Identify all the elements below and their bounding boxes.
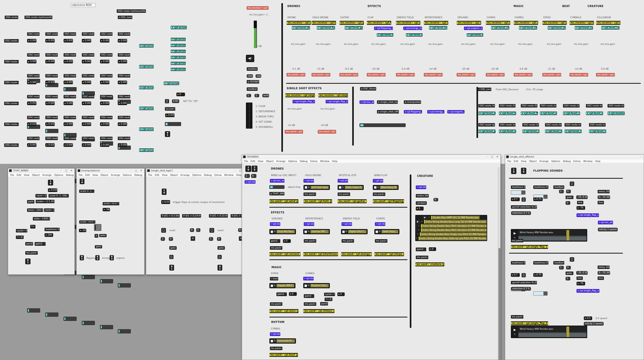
loadbang-transport[interactable]: loadbang — [247, 67, 258, 71]
line-object[interactable]: line — [577, 277, 583, 280]
message[interactable]: 1 — [245, 174, 250, 178]
waveform-display[interactable]: ▶↻Wind Heavy MW Render.wav — [511, 326, 587, 338]
bang-button[interactable] — [570, 257, 574, 262]
menu-item-arrange[interactable]: Arrange — [111, 174, 120, 176]
play-icon[interactable]: ▶ — [415, 224, 417, 228]
recv-start[interactable]: r cpl.start — [416, 185, 426, 189]
grid-number[interactable]: ▶0.000 — [82, 81, 91, 84]
player-filename[interactable]: Deep Mat Bass... — [277, 230, 295, 233]
channel-send[interactable]: mc.send~ cpl.mix — [312, 73, 330, 76]
channel-level-receive[interactable]: r cpl.level_inter — [429, 26, 447, 29]
bang-button[interactable] — [209, 228, 214, 233]
channel-send[interactable]: mc.send~ cpl.mix — [396, 73, 415, 76]
menu-item-object[interactable]: Object — [266, 160, 274, 163]
master-fader[interactable]: ◁ — [254, 21, 257, 48]
close-button[interactable]: ✕ — [69, 169, 73, 172]
grid-slider[interactable] — [100, 325, 113, 329]
write-message[interactable]: write — [262, 94, 269, 97]
mult02-object[interactable]: *~ 0.2 — [16, 236, 24, 239]
route-mesh-object[interactable]: OSC-route /cpl/sound/mesh — [24, 16, 52, 19]
lores-object[interactable]: lores~ 250 0.99 — [27, 208, 43, 212]
grid-route-object[interactable]: OSC-route /2 — [27, 95, 40, 98]
inlet[interactable]: 1▼ — [80, 179, 84, 184]
grid-slider[interactable] — [100, 279, 113, 283]
message[interactable]: selection 0.7 0.75 — [511, 211, 531, 215]
channel-receive[interactable]: mc.receive~ cpl.interference 2 — [424, 21, 448, 25]
scale-object[interactable]: scale -70 0 -70 -20 — [103, 202, 119, 205]
play-icon[interactable]: ▶ — [415, 228, 417, 232]
trigger-1[interactable]: 1▼ — [245, 166, 251, 172]
message[interactable]: 6 — [434, 198, 438, 201]
level-route-object[interactable]: OSC-route /energy — [499, 123, 516, 127]
number[interactable]: ▶0 — [289, 292, 297, 296]
scale-object[interactable]: scale 0. 1. 100. 400. — [48, 194, 69, 197]
wave-transport[interactable]: ▶↻ — [511, 326, 518, 338]
channel-receive[interactable]: mc.receive~ cpl.holo 2 — [312, 21, 336, 25]
grid-number[interactable]: ▶0.000 — [82, 101, 91, 105]
menu-item-debug[interactable]: Debug — [66, 174, 74, 176]
menu-item-arrange[interactable]: Arrange — [539, 160, 549, 163]
outlet[interactable]: ▼1 — [25, 259, 30, 264]
grid-row-label[interactable]: OSC-route /8 — [4, 143, 19, 147]
menu-item-arrange[interactable]: Arrange — [276, 160, 286, 163]
number[interactable]: ▶-58. — [103, 208, 110, 211]
recv-accum-r3[interactable]: r cpl.accum_r3 — [171, 50, 186, 53]
recv-osc-wind[interactable]: r cpl.osc_wind — [270, 179, 284, 183]
level-send[interactable]: s cpl.level_chirps — [522, 130, 540, 133]
recv-start[interactable]: r cpl.start — [338, 179, 348, 183]
route-sound-levels-object[interactable]: OSC-route /cpl/sound/levels — [117, 9, 146, 13]
channel-send[interactable]: mc.send~ cpl.mix — [569, 73, 588, 76]
number[interactable]: ▶0.039 — [161, 200, 170, 204]
p-osc-receiver-object[interactable]: p OSC_Receiver — [360, 87, 376, 91]
grid-number[interactable]: ▶0.000 — [100, 39, 109, 43]
line-object[interactable]: line — [598, 201, 604, 204]
channel-level-receive[interactable]: r cpl.level_holo — [317, 26, 335, 29]
channel-send[interactable]: mc.send~ cpl.mix — [287, 73, 305, 76]
grid-number[interactable]: ▶0.000 — [100, 81, 109, 84]
scene-cell-4[interactable] — [249, 118, 250, 123]
message[interactable]: 1 — [566, 201, 570, 205]
loop-icon[interactable]: ↻ — [274, 339, 276, 342]
gain2-object[interactable]: gain2 — [276, 292, 287, 296]
channel-level-receive[interactable]: r cpl.level_org — [467, 33, 483, 37]
channel-receive[interactable]: mc.receive~ cpl.voronoi 2 — [457, 21, 481, 25]
recv-accum-r6[interactable]: r cpl.accum_r6 — [171, 68, 186, 71]
grid-slider[interactable] — [64, 87, 77, 91]
grid-slider[interactable] — [64, 317, 77, 321]
bang-button[interactable] — [570, 182, 574, 186]
recv-accum-r4[interactable]: r cpl.accum_r4 — [171, 56, 186, 59]
menu-item-edit[interactable]: Edit — [514, 160, 518, 163]
loadmess-object[interactable]: loadmess 100 — [45, 228, 60, 231]
message[interactable]: 1 — [209, 237, 213, 241]
grid-accum-send[interactable]: s cpl.accum_r6 — [139, 148, 154, 152]
bang-button[interactable] — [161, 228, 166, 233]
level-send[interactable]: s cpl.level_cello — [589, 130, 606, 133]
sprintf-object[interactable]: sprintf selection %.2f %.2f — [511, 205, 537, 209]
send-guitar[interactable]: mc.send~ cpl.guitar @chans 2 — [338, 199, 367, 203]
grid-route-object[interactable]: OSC-route /4 — [64, 74, 76, 77]
menu-item-debug[interactable]: Debug — [563, 160, 571, 163]
grid-number[interactable]: ▶0.000 — [45, 101, 55, 105]
send-wind[interactable]: mc.send~ cpl.wind @chans 2 — [269, 199, 299, 203]
stop-icon[interactable] — [271, 340, 273, 342]
playlist-row[interactable]: ▶↻Double Bass BPM 161 22 MW Render.wav — [423, 216, 480, 219]
level-route-object[interactable]: OSC-route /drone — [478, 104, 495, 107]
grid-accum-send[interactable]: s cpl.accum_r2 — [139, 65, 154, 68]
scene-cell-5[interactable] — [249, 123, 250, 128]
menu-item-options[interactable]: Options — [551, 160, 560, 163]
grid-number[interactable]: ▶0.000 — [27, 39, 36, 43]
channel-receive[interactable]: mc.receive~ cpl.guitar 2 — [339, 21, 364, 25]
energy-player[interactable]: ↻Digital Glitch C... — [341, 229, 368, 234]
loop-icon[interactable]: ↻ — [274, 230, 276, 233]
channel-ctrl-receive[interactable]: r cpl.flapping_ctrl — [374, 27, 393, 30]
channel-ctrl-receive[interactable]: r cpl.organic_ctrl — [464, 27, 483, 30]
level-send[interactable]: s cpl.master_vol — [608, 112, 625, 115]
player-filename[interactable]: SciFi Holo Swee... — [311, 186, 329, 189]
grid-route-object[interactable]: OSC-route /5 — [82, 137, 94, 140]
mix-receive[interactable]: mc.receive~ cpl.mix 2 — [247, 6, 269, 10]
grid-number[interactable]: ▶0.036 — [45, 81, 55, 84]
grid-route-object[interactable]: OSC-route /3 — [45, 116, 58, 119]
message[interactable]: 0 — [566, 190, 571, 193]
grid-number[interactable]: ▶0.000 — [27, 60, 36, 63]
loop-icon[interactable]: ↻ — [377, 186, 379, 189]
